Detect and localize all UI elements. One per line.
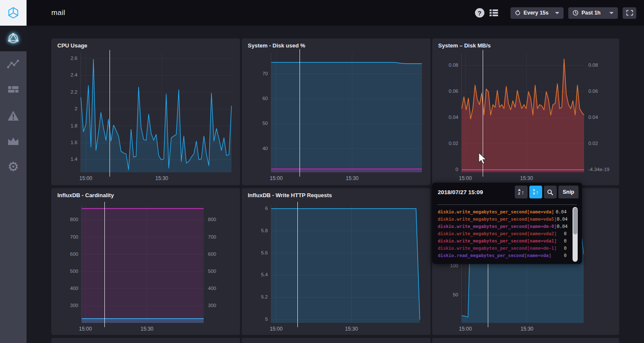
axis-tick-label: 0.08 [435,62,458,68]
panel-write-http[interactable]: InfluxDB - Write HTTP Requests 55.25.45.… [242,188,430,335]
axis-tick-label: 15:00 [79,326,92,332]
axis-tick-label: 15:30 [140,326,153,332]
graph-list-toggle-icon[interactable] [489,9,499,17]
axis-tick-label: 0 [435,167,458,172]
arrow-up-icon: ↑ [536,189,539,195]
crosshair-line [104,202,105,327]
axis-tick-label: 60 [245,96,268,101]
axis-tick-label: 0.02 [588,141,618,146]
axis-tick-label: 15:00 [459,326,472,332]
presentation-mode-button[interactable] [623,7,636,19]
chart-write-http[interactable]: 55.25.45.65.8615:0015:30 [271,205,420,323]
panel-cpu-usage[interactable]: CPU Usage 1.41.61.822.22.42.615:0015:30 [51,38,240,185]
axis-tick-label: 15:30 [155,175,168,181]
sidebar-item-data-explorer[interactable] [0,51,27,77]
sort-alpha-button[interactable]: AZ ↑ [515,186,528,198]
axis-tick-label: 15:00 [270,175,283,181]
legend-scrollbar[interactable] [573,207,578,262]
panel-cardinality[interactable]: InfluxDB - Cardinality 30040050060070080… [51,188,240,335]
legend-series-name: diskio.write_megabytes_per_second[name=v… [438,209,554,214]
sidebar-logo[interactable] [0,0,27,26]
chart-canvas [81,53,231,172]
chart-cpu-usage[interactable]: 1.41.61.822.22.42.615:0015:30 [80,53,231,172]
timerange-dropdown[interactable]: Past 1h [568,7,618,19]
axis-tick-label: 600 [208,251,238,257]
top-navigation-bar: mail ? Every 15s Past [0,0,644,26]
axis-tick-label: -4.34e-19 [588,167,618,172]
legend-row[interactable]: diskio.write_megabytes_per_second[name=v… [438,230,567,237]
axis-tick-label: 2.4 [54,72,77,77]
snip-button[interactable]: Snip [558,186,579,198]
axis-tick-label: 800 [55,217,78,222]
axis-tick-label: 70 [245,71,268,76]
legend-series-name: diskio.write_megabytes_per_second[name=v… [438,216,557,222]
legend-row[interactable]: diskio.write_megabytes_per_second[name=v… [438,208,567,215]
legend-row[interactable]: diskio.read_megabytes_per_second[name=vd… [438,251,567,259]
legend-search-button[interactable] [544,186,557,198]
chart-disk-used[interactable]: 4050607015:0015:30 [271,53,422,172]
axis-tick-label: 0.06 [435,89,458,94]
axis-tick-label: 1.6 [54,140,77,145]
axis-tick-label: 300 [55,303,78,308]
legend-scrollbar-thumb[interactable] [573,208,577,234]
legend-series-name: diskio.write_megabytes_per_second[name=d… [438,245,557,251]
axis-tick-label: 15:30 [345,326,358,332]
autorefresh-dropdown[interactable]: Every 15s [510,7,564,19]
axis-tick-label: 15:00 [80,175,92,181]
dashboards-grid-icon [7,84,19,95]
axis-tick-label: 6 [245,206,268,211]
topbar-actions: ? Every 15s Past 1h [475,0,636,26]
host-sphere-icon [6,32,20,45]
autorefresh-label: Every 15s [524,10,549,16]
axis-tick-label: 5.2 [245,294,268,299]
legend-series-value: 0.04 [557,216,567,222]
gear-icon: ⚙ [8,160,19,173]
legend-series-list: diskio.write_megabytes_per_second[name=v… [438,208,567,259]
axis-tick-label: 15:00 [459,175,472,181]
help-icon[interactable]: ? [475,8,484,18]
axis-tick-label: 15:30 [520,175,533,181]
crosshair-line [297,202,298,327]
chart-canvas [271,205,420,323]
axis-tick-label: 700 [208,234,238,240]
sort-numeric-button[interactable]: 09 ↑ [529,186,542,198]
axis-tick-label: 400 [208,286,238,291]
panel-clipped-1[interactable] [51,338,240,343]
sidebar-item-configuration[interactable]: ⚙ [0,154,27,180]
sidebar-item-status[interactable] [0,26,27,51]
axis-tick-label: 50 [245,121,268,126]
legend-series-value: 0 [564,253,567,258]
panel-clipped-2[interactable] [242,338,430,343]
legend-row[interactable]: diskio.write_megabytes_per_second[name=d… [438,244,567,251]
panel-disk-mbs[interactable]: System – Disk MB/s 00.020.040.060.08-4.3… [432,38,619,185]
axis-tick-label: 15:30 [520,326,533,332]
sidebar-item-admin[interactable] [0,128,27,154]
crosshair-line [110,50,110,177]
axis-tick-label: 2 [54,106,77,111]
legend-row[interactable]: diskio.write_megabytes_per_second[name=d… [438,222,567,230]
chevron-down-icon [609,12,614,14]
sidebar-item-alerting[interactable] [0,103,27,128]
axis-tick-label: 1.4 [54,157,77,162]
axis-tick-label: 500 [208,269,238,274]
pulse-graph-icon [7,58,20,70]
legend-row[interactable]: diskio.write_megabytes_per_second[name=v… [438,237,567,244]
panel-clipped-3[interactable] [432,338,619,343]
legend-series-name: diskio.write_megabytes_per_second[name=v… [438,238,557,243]
axis-tick-label: 600 [55,251,78,257]
chevron-down-icon [555,12,559,14]
panel-disk-used[interactable]: System - Disk used % 4050607015:0015:30 [242,38,430,185]
chart-cardinality[interactable]: 30040050060070080030040050060070080015:0… [81,205,204,323]
hover-timestamp: 2018/07/27 15:09 [438,189,483,195]
axis-tick-label: 300 [208,303,238,308]
axis-tick-label: 5.8 [245,228,268,233]
legend-series-name: diskio.write_megabytes_per_second[name=v… [438,231,557,236]
axis-tick-label: 0.06 [588,89,618,94]
timerange-label: Past 1h [582,10,600,16]
axis-tick-label: 0.04 [588,115,618,120]
axis-tick-label: 15:30 [346,175,359,181]
hover-legend: 2018/07/27 15:09 AZ ↑ 09 ↑ Snip diskio.w… [432,183,582,264]
legend-row[interactable]: diskio.write_megabytes_per_second[name=v… [438,215,567,222]
sidebar-item-dashboards[interactable] [0,77,27,103]
panel-title: CPU Usage [57,42,87,49]
